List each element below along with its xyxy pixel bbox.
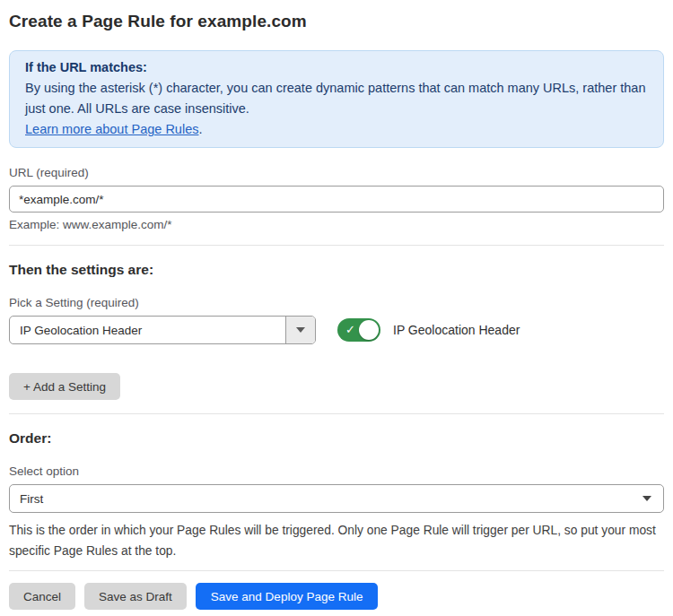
ip-geolocation-toggle[interactable]: ✓ xyxy=(337,318,380,342)
order-select-label: Select option xyxy=(9,464,664,478)
url-match-info-box: If the URL matches: By using the asteris… xyxy=(9,50,664,148)
toggle-knob xyxy=(359,320,379,340)
create-page-rule-form: Create a Page Rule for example.com If th… xyxy=(0,0,673,616)
setting-select[interactable]: IP Geolocation Header xyxy=(9,316,316,344)
section-divider xyxy=(9,245,664,246)
info-box-body: By using the asterisk (*) character, you… xyxy=(25,78,648,119)
link-suffix: . xyxy=(198,122,202,136)
order-select[interactable]: First xyxy=(9,484,664,513)
url-field-helper: Example: www.example.com/* xyxy=(9,218,664,231)
setting-picker-label: Pick a Setting (required) xyxy=(9,296,664,309)
order-section-heading: Order: xyxy=(9,430,664,447)
order-select-value: First xyxy=(10,492,642,506)
setting-select-value: IP Geolocation Header xyxy=(10,324,285,337)
url-field-label: URL (required) xyxy=(9,166,664,179)
section-divider xyxy=(9,413,664,414)
chevron-down-icon xyxy=(642,496,651,501)
url-input[interactable] xyxy=(9,186,664,213)
section-divider xyxy=(9,570,664,571)
setting-select-caret-button[interactable] xyxy=(285,317,315,343)
learn-more-page-rules-link[interactable]: Learn more about Page Rules xyxy=(25,122,198,136)
cancel-button[interactable]: Cancel xyxy=(9,583,75,610)
form-actions: Cancel Save as Draft Save and Deploy Pag… xyxy=(9,583,664,610)
order-helper-text: This is the order in which your Page Rul… xyxy=(9,520,664,561)
setting-toggle-group: ✓ IP Geolocation Header xyxy=(337,318,520,342)
save-as-draft-button[interactable]: Save as Draft xyxy=(84,583,187,610)
settings-section-heading: Then the settings are: xyxy=(9,262,664,278)
setting-row: IP Geolocation Header ✓ IP Geolocation H… xyxy=(9,316,664,344)
page-title: Create a Page Rule for example.com xyxy=(9,12,664,31)
add-setting-button[interactable]: + Add a Setting xyxy=(9,373,120,400)
chevron-down-icon xyxy=(296,327,305,333)
info-box-heading: If the URL matches: xyxy=(25,57,648,78)
info-box-link-line: Learn more about Page Rules. xyxy=(25,119,648,140)
toggle-label: IP Geolocation Header xyxy=(393,323,520,337)
save-and-deploy-button[interactable]: Save and Deploy Page Rule xyxy=(196,583,379,610)
check-icon: ✓ xyxy=(345,324,355,335)
